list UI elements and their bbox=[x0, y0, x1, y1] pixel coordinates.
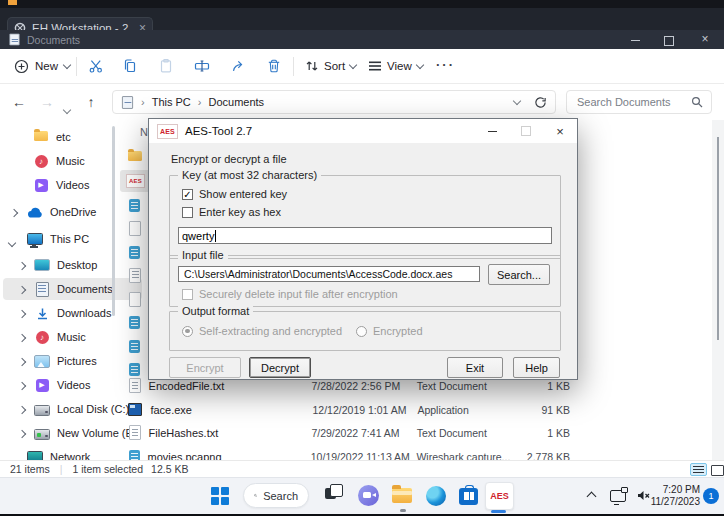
address-row: ← → ↑ › This PC › Documents bbox=[0, 84, 724, 120]
edge-button[interactable] bbox=[426, 486, 446, 506]
file-row[interactable]: FileHashes.txt 7/29/2022 7:41 AM Text Do… bbox=[120, 421, 570, 444]
input-file-path-field[interactable] bbox=[182, 267, 476, 281]
view-button[interactable]: View bbox=[368, 49, 423, 83]
sidebar-item-this-pc[interactable]: This PC bbox=[0, 228, 139, 250]
show-key-checkbox[interactable]: ✓ Show entered key bbox=[182, 188, 287, 200]
breadcrumb-documents[interactable]: Documents bbox=[208, 96, 264, 108]
key-input[interactable]: qwerty bbox=[178, 227, 552, 244]
help-button[interactable]: Help bbox=[513, 357, 560, 378]
expand-chevron-icon[interactable] bbox=[19, 427, 25, 439]
network-status[interactable] bbox=[610, 490, 626, 502]
sort-button[interactable]: Sort bbox=[305, 49, 356, 83]
breadcrumb[interactable]: › This PC › Documents bbox=[112, 90, 556, 114]
expand-chevron-icon[interactable] bbox=[19, 283, 25, 295]
expand-chevron-icon[interactable] bbox=[19, 331, 25, 343]
delete-button[interactable] bbox=[266, 58, 282, 74]
details-view-button[interactable] bbox=[690, 463, 707, 476]
dialog-close-button[interactable]: × bbox=[547, 119, 573, 143]
minimize-button[interactable] bbox=[631, 30, 640, 50]
exit-button[interactable]: Exit bbox=[447, 357, 503, 378]
rename-button[interactable] bbox=[194, 58, 210, 74]
plus-circle-icon bbox=[14, 59, 29, 74]
explorer-active-indicator bbox=[400, 509, 406, 512]
search-box[interactable] bbox=[566, 90, 712, 114]
close-button[interactable]: × bbox=[697, 30, 713, 49]
cut-button[interactable] bbox=[88, 58, 104, 74]
address-dropdown-icon[interactable] bbox=[513, 96, 521, 104]
dialog-minimize-button[interactable] bbox=[479, 119, 505, 143]
task-view-button[interactable] bbox=[325, 488, 336, 499]
more-options-icon[interactable]: ··· bbox=[436, 57, 455, 72]
up-button[interactable]: ↑ bbox=[80, 94, 102, 110]
encrypted-radio[interactable]: Encrypted bbox=[356, 325, 423, 337]
store-button[interactable] bbox=[459, 485, 478, 505]
encrypt-button[interactable]: Encrypt bbox=[169, 357, 241, 378]
share-icon bbox=[231, 58, 247, 74]
breadcrumb-this-pc[interactable]: This PC bbox=[152, 96, 191, 108]
expand-chevron-icon[interactable] bbox=[19, 355, 25, 367]
chevron-down-icon bbox=[349, 60, 357, 68]
notification-button[interactable]: 1 bbox=[703, 488, 719, 504]
screen: EH Workstation - 2 × Documents × New bbox=[0, 0, 724, 516]
search-input[interactable] bbox=[575, 95, 691, 109]
dialog-maximize-button[interactable] bbox=[513, 119, 539, 143]
chevron-right-icon: › bbox=[141, 96, 145, 108]
collapse-chevron-icon[interactable] bbox=[9, 236, 15, 248]
start-button[interactable] bbox=[211, 487, 229, 505]
clock[interactable]: 7:20 PM 11/27/2023 bbox=[650, 484, 700, 508]
share-button[interactable] bbox=[231, 58, 247, 74]
refresh-icon[interactable] bbox=[534, 96, 547, 109]
downloads-icon bbox=[36, 307, 49, 320]
file-explorer-button[interactable] bbox=[392, 486, 412, 503]
expand-chevron-icon[interactable] bbox=[19, 259, 25, 271]
aes-tool-dialog: AES AES-Tool 2.7 × Encrypt or decrypt a … bbox=[148, 118, 578, 380]
sidebar-scrollbar[interactable] bbox=[112, 126, 115, 316]
explorer-window-icon bbox=[9, 34, 19, 46]
capture-file-icon bbox=[129, 199, 140, 212]
radio-selected-icon bbox=[182, 326, 193, 337]
back-button[interactable]: ← bbox=[8, 94, 30, 110]
list-scrollbar-thumb[interactable] bbox=[717, 137, 719, 340]
file-row[interactable]: face.exe 12/12/2019 1:01 AM Application … bbox=[120, 398, 570, 421]
new-button[interactable]: New bbox=[14, 49, 70, 83]
tray-expand-button[interactable] bbox=[588, 490, 595, 500]
volume-status[interactable] bbox=[636, 488, 651, 503]
taskbar-search[interactable]: Search bbox=[243, 483, 309, 508]
search-icon bbox=[254, 490, 257, 501]
aes-tool-button[interactable]: AES bbox=[485, 482, 514, 510]
input-file-path[interactable] bbox=[178, 266, 480, 282]
hex-key-checkbox[interactable]: Enter key as hex bbox=[182, 206, 281, 218]
sidebar-item-network[interactable]: Network bbox=[0, 446, 139, 460]
windows-logo-icon bbox=[211, 487, 229, 505]
sidebar-item-onedrive[interactable]: OneDrive bbox=[0, 201, 139, 223]
self-extracting-radio[interactable]: Self-extracting and encrypted bbox=[182, 325, 342, 337]
expand-chevron-icon[interactable] bbox=[19, 307, 25, 319]
speaker-muted-icon bbox=[636, 488, 651, 503]
capture-file-icon bbox=[129, 316, 140, 329]
decrypt-button[interactable]: Decrypt bbox=[249, 357, 311, 378]
paste-button[interactable] bbox=[158, 58, 174, 74]
aes-active-indicator bbox=[491, 510, 506, 513]
dialog-subtitle: Encrypt or decrypt a file bbox=[171, 153, 287, 165]
icons-view-button[interactable] bbox=[711, 465, 724, 476]
sidebar-item-etc[interactable]: etc bbox=[0, 126, 145, 148]
expand-chevron-icon[interactable] bbox=[19, 403, 25, 415]
folder-icon bbox=[34, 131, 48, 141]
search-icon bbox=[691, 96, 703, 108]
dialog-titlebar[interactable]: AES AES-Tool 2.7 × bbox=[149, 119, 577, 143]
output-format-group: Output format Self-extracting and encryp… bbox=[169, 311, 561, 351]
copy-button[interactable] bbox=[122, 58, 138, 74]
chat-button[interactable] bbox=[358, 485, 379, 506]
notification-badge: 1 bbox=[703, 488, 719, 504]
maximize-button[interactable] bbox=[664, 30, 674, 50]
microsoft-store-icon bbox=[459, 488, 478, 505]
file-row[interactable]: movies.pcapng 10/19/2022 11:13 AM Wiresh… bbox=[120, 445, 570, 460]
secure-delete-checkbox[interactable]: Securely delete input file after encrypt… bbox=[182, 288, 398, 300]
scissors-icon bbox=[88, 58, 104, 74]
search-file-button[interactable]: Search... bbox=[488, 264, 550, 285]
expand-chevron-icon[interactable] bbox=[11, 206, 17, 218]
history-dropdown[interactable] bbox=[64, 99, 70, 117]
expand-chevron-icon[interactable] bbox=[19, 379, 25, 391]
forward-button[interactable]: → bbox=[36, 94, 58, 110]
explorer-titlebar: Documents × bbox=[0, 30, 724, 49]
